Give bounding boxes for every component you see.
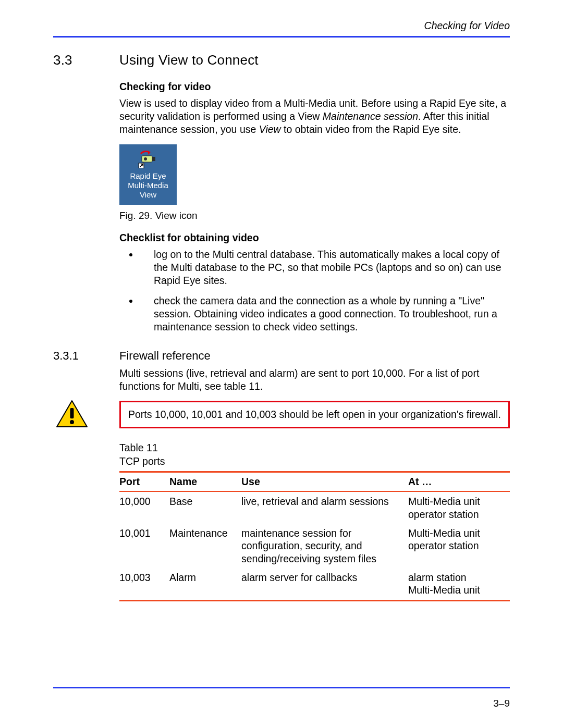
warning-row: Ports 10,000, 10,001 and 10,003 should b… <box>53 400 510 429</box>
subsection-heading: 3.3.1 Firewall reference <box>53 349 510 363</box>
figure-caption: Fig. 29. View icon <box>119 210 510 221</box>
table-caption-line1: Table 11 <box>119 442 158 453</box>
intro-text-3: to obtain video from the Rapid Eye site. <box>281 124 461 135</box>
page: Checking for Video 3.3 Using View to Con… <box>0 0 563 728</box>
view-icon-block: Rapid Eye Multi-Media View <box>119 144 177 205</box>
th-name: Name <box>169 472 241 492</box>
cell-use: maintenance session for configuration, s… <box>241 524 408 568</box>
warning-box: Ports 10,000, 10,001 and 10,003 should b… <box>119 401 510 428</box>
cell-name: Maintenance <box>169 524 241 568</box>
header-rule <box>53 36 510 38</box>
subsection-title: Firewall reference <box>119 349 211 363</box>
icon-label-2: Multi-Media <box>123 181 174 190</box>
cell-name: Alarm <box>169 568 241 600</box>
cell-name: Base <box>169 491 241 524</box>
cell-at: Multi-Media unitoperator station <box>408 524 510 568</box>
th-use: Use <box>241 472 408 492</box>
subsection-number: 3.3.1 <box>53 349 119 363</box>
footer-rule <box>53 687 510 688</box>
svg-point-3 <box>144 157 147 161</box>
svg-marker-0 <box>148 151 150 155</box>
section-title: Using View to Connect <box>119 52 259 68</box>
svg-point-7 <box>70 420 74 424</box>
checklist-item: log on to the Multi central database. Th… <box>139 248 510 287</box>
table-header-row: Port Name Use At … <box>119 472 510 492</box>
intro-em-1: Maintenance session <box>323 110 418 122</box>
table-caption-line2: TCP ports <box>119 455 165 467</box>
content-column: Checking for video View is used to displ… <box>119 81 510 334</box>
section-number: 3.3 <box>53 52 119 68</box>
table-caption: Table 11 TCP ports <box>119 441 510 468</box>
subsection-content: Multi sessions (live, retrieval and alar… <box>119 367 510 393</box>
svg-rect-6 <box>70 408 74 418</box>
checklist-item: check the camera data and the connection… <box>139 294 510 334</box>
intro-em-2: View <box>259 124 281 135</box>
warning-icon <box>53 400 91 429</box>
table-row: 10,000 Base live, retrieval and alarm se… <box>119 491 510 524</box>
table-row: 10,003 Alarm alarm server for callbacks … <box>119 568 510 600</box>
subsection-paragraph: Multi sessions (live, retrieval and alar… <box>119 367 510 393</box>
icon-label-3: View <box>123 190 174 200</box>
cell-port: 10,001 <box>119 524 169 568</box>
cell-port: 10,003 <box>119 568 169 600</box>
page-number: 3–9 <box>493 698 510 709</box>
checklist-heading: Checklist for obtaining video <box>119 232 510 244</box>
cell-at: Multi-Media unitoperator station <box>408 491 510 524</box>
intro-heading: Checking for video <box>119 81 510 93</box>
th-at: At … <box>408 472 510 492</box>
intro-paragraph: View is used to display video from a Mul… <box>119 97 510 136</box>
table-block: Table 11 TCP ports Port Name Use At … 10… <box>119 441 510 601</box>
section-heading: 3.3 Using View to Connect <box>53 52 510 68</box>
cell-use: live, retrieval and alarm sessions <box>241 491 408 524</box>
checklist: log on to the Multi central database. Th… <box>119 248 510 334</box>
svg-rect-2 <box>152 157 155 161</box>
cell-port: 10,000 <box>119 491 169 524</box>
cell-at: alarm stationMulti-Media unit <box>408 568 510 600</box>
th-port: Port <box>119 472 169 492</box>
icon-label-1: Rapid Eye <box>123 171 174 181</box>
cell-use: alarm server for callbacks <box>241 568 408 600</box>
camera-shortcut-icon <box>138 151 158 168</box>
table-row: 10,001 Maintenance maintenance session f… <box>119 524 510 568</box>
running-head: Checking for Video <box>53 20 510 32</box>
ports-table: Port Name Use At … 10,000 Base live, ret… <box>119 471 510 601</box>
